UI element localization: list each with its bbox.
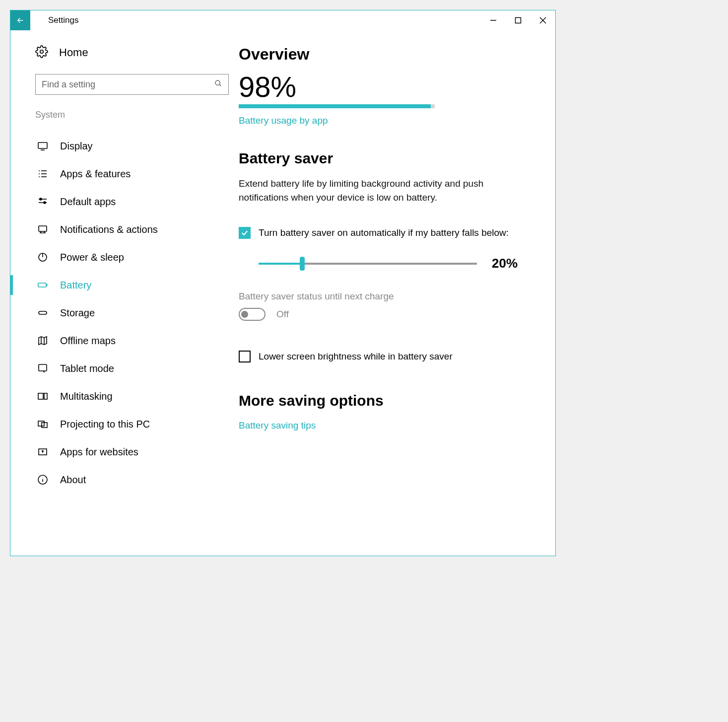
sidebar-item-display[interactable]: Display	[35, 132, 219, 160]
saver-status-toggle[interactable]	[239, 308, 265, 321]
close-button[interactable]	[530, 10, 555, 30]
battery-percentage: 98%	[239, 72, 535, 101]
saver-status-label: Battery saver status until next charge	[239, 291, 535, 302]
battery-icon	[36, 279, 49, 291]
sidebar-item-projecting[interactable]: Projecting to this PC	[35, 410, 219, 438]
home-label: Home	[59, 46, 88, 59]
sidebar-item-label: Projecting to this PC	[60, 419, 150, 430]
sidebar-item-label: Apps for websites	[60, 446, 138, 458]
sidebar-item-label: Tablet mode	[60, 363, 114, 374]
settings-window: Settings Home Find a setting	[10, 10, 556, 556]
toggle-knob	[241, 311, 248, 318]
svg-rect-22	[38, 283, 46, 287]
svg-rect-27	[39, 364, 47, 371]
auto-on-label: Turn battery saver on automatically if m…	[259, 227, 509, 238]
sidebar-item-power-sleep[interactable]: Power & sleep	[35, 243, 219, 271]
sidebar-item-label: Power & sleep	[60, 252, 124, 263]
open-icon	[36, 446, 49, 458]
list-icon	[36, 168, 49, 180]
search-input[interactable]: Find a setting	[35, 74, 229, 95]
window-title: Settings	[48, 15, 78, 25]
search-icon	[214, 79, 222, 89]
slider-fill	[259, 263, 302, 265]
svg-point-18	[44, 202, 46, 204]
svg-rect-29	[44, 393, 47, 399]
sidebar-item-storage[interactable]: Storage	[35, 299, 219, 327]
sidebar-nav: Display Apps & features Default apps Not…	[35, 132, 219, 494]
sidebar-item-label: Notifications & actions	[60, 224, 158, 235]
brightness-row: Lower screen brightness while in battery…	[239, 351, 535, 362]
threshold-slider-row: 20%	[259, 256, 535, 271]
saver-status-value: Off	[276, 309, 289, 320]
svg-rect-24	[39, 311, 47, 314]
battery-progress-bar	[239, 104, 435, 108]
window-controls	[481, 10, 555, 30]
brightness-checkbox[interactable]	[239, 351, 251, 362]
display-icon	[36, 140, 49, 152]
more-options-heading: More saving options	[239, 392, 535, 409]
battery-saver-description: Extend battery life by limiting backgrou…	[239, 177, 507, 204]
svg-rect-7	[38, 143, 47, 148]
sidebar-item-default-apps[interactable]: Default apps	[35, 188, 219, 216]
threshold-slider[interactable]	[259, 263, 477, 265]
sidebar-item-notifications[interactable]: Notifications & actions	[35, 216, 219, 243]
sliders-icon	[36, 196, 49, 208]
check-icon	[241, 229, 249, 237]
sidebar-item-about[interactable]: About	[35, 466, 219, 494]
sidebar-item-label: Offline maps	[60, 335, 116, 347]
brightness-label: Lower screen brightness while in battery…	[259, 351, 453, 362]
sidebar-item-label: Default apps	[60, 196, 116, 208]
sidebar-item-apps-websites[interactable]: Apps for websites	[35, 438, 219, 466]
saver-status-row: Off	[239, 308, 535, 321]
svg-line-6	[219, 84, 221, 86]
home-button[interactable]: Home	[35, 45, 219, 60]
battery-usage-link[interactable]: Battery usage by app	[239, 115, 535, 126]
svg-rect-1	[516, 18, 521, 23]
sidebar-item-label: About	[60, 474, 86, 486]
search-placeholder: Find a setting	[42, 79, 214, 90]
sidebar-item-label: Apps & features	[60, 168, 131, 180]
auto-on-checkbox[interactable]	[239, 227, 251, 239]
main-content: Overview 98% Battery usage by app Batter…	[234, 30, 555, 556]
sidebar-item-label: Battery	[60, 280, 91, 291]
power-icon	[36, 251, 49, 263]
slider-thumb[interactable]	[300, 257, 305, 271]
minimize-button[interactable]	[481, 10, 506, 30]
multitask-icon	[36, 390, 49, 402]
sidebar-item-label: Storage	[60, 307, 95, 319]
sidebar-item-label: Multitasking	[60, 391, 113, 402]
auto-on-row: Turn battery saver on automatically if m…	[239, 227, 535, 239]
tablet-icon	[36, 362, 49, 374]
back-button[interactable]	[10, 10, 30, 30]
map-icon	[36, 335, 49, 347]
overview-heading: Overview	[239, 45, 535, 64]
sidebar: Home Find a setting System Display Apps …	[10, 30, 234, 556]
svg-rect-19	[39, 226, 47, 231]
svg-point-16	[40, 198, 42, 200]
battery-progress-fill	[239, 104, 431, 108]
sidebar-item-offline-maps[interactable]: Offline maps	[35, 327, 219, 355]
svg-rect-28	[38, 393, 43, 399]
threshold-value: 20%	[492, 256, 518, 271]
sidebar-item-apps-features[interactable]: Apps & features	[35, 160, 219, 188]
svg-point-5	[215, 80, 220, 85]
battery-saver-heading: Battery saver	[239, 150, 535, 167]
info-icon	[36, 474, 49, 486]
battery-tips-link[interactable]: Battery saving tips	[239, 420, 535, 431]
sidebar-item-label: Display	[60, 141, 93, 152]
sidebar-item-tablet-mode[interactable]: Tablet mode	[35, 355, 219, 382]
storage-icon	[36, 307, 49, 319]
notifications-icon	[36, 223, 49, 235]
project-icon	[36, 418, 49, 430]
svg-point-4	[40, 50, 44, 54]
sidebar-item-multitasking[interactable]: Multitasking	[35, 382, 219, 410]
titlebar: Settings	[10, 10, 555, 30]
sidebar-section-heading: System	[35, 110, 219, 120]
maximize-button[interactable]	[506, 10, 530, 30]
svg-rect-30	[38, 421, 44, 426]
sidebar-item-battery[interactable]: Battery	[35, 271, 219, 299]
gear-icon	[35, 45, 48, 60]
